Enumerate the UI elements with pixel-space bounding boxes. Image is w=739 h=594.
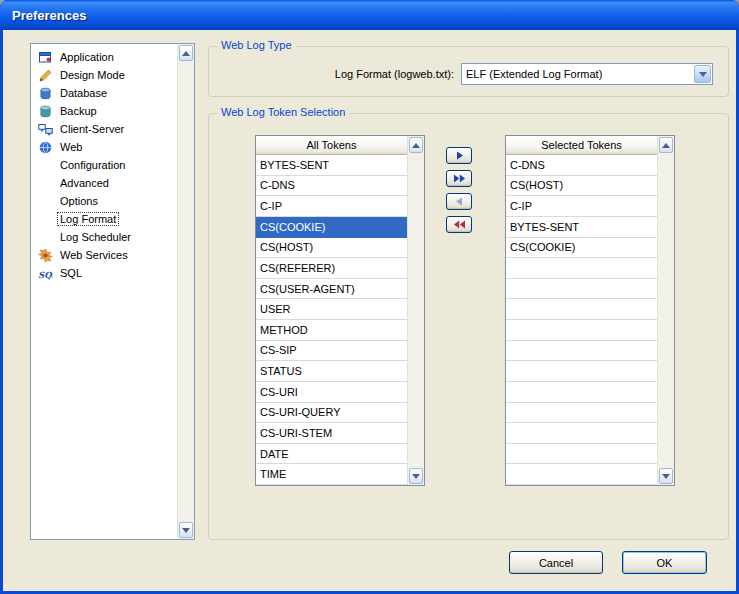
selected-tokens-item-empty-row[interactable]: [506, 258, 657, 279]
double-arrow-left-icon: [453, 220, 466, 229]
scroll-up-button[interactable]: [179, 45, 193, 61]
scroll-down-button[interactable]: [409, 468, 423, 484]
selected-tokens-item-c-ip[interactable]: C-IP: [506, 196, 657, 217]
scroll-up-button[interactable]: [659, 137, 673, 153]
arrow-up-icon: [412, 143, 420, 148]
all-tokens-item-time[interactable]: TIME: [256, 464, 407, 485]
selected-tokens-item-bytes-sent[interactable]: BYTES-SENT: [506, 217, 657, 238]
no-icon: [38, 212, 53, 227]
selected-tokens-item-empty-row[interactable]: [506, 464, 657, 485]
selected-tokens-item-empty-row[interactable]: [506, 341, 657, 362]
sidebar-item-database[interactable]: Database: [31, 84, 177, 102]
window-title: Preferences: [0, 8, 86, 23]
ok-button[interactable]: OK: [622, 551, 707, 574]
selected-tokens-item-empty-row[interactable]: [506, 382, 657, 403]
selected-tokens-item-empty-row[interactable]: [506, 279, 657, 300]
sidebar-item-backup[interactable]: Backup: [31, 102, 177, 120]
selected-tokens-item-empty-row[interactable]: [506, 403, 657, 424]
all-tokens-item-c-ip[interactable]: C-IP: [256, 196, 407, 217]
scroll-track[interactable]: [178, 62, 194, 521]
token-selection-group-title: Web Log Token Selection: [217, 106, 349, 118]
token-selection-group: Web Log Token Selection All Tokens BYTES…: [208, 113, 729, 540]
web-icon: [38, 140, 53, 155]
all-tokens-item-cs-referer[interactable]: CS(REFERER): [256, 258, 407, 279]
all-tokens-item-cs-uri[interactable]: CS-URI: [256, 382, 407, 403]
scroll-track[interactable]: [658, 154, 674, 467]
all-tokens-item-bytes-sent[interactable]: BYTES-SENT: [256, 155, 407, 176]
all-tokens-scrollbar[interactable]: [407, 136, 424, 485]
selected-tokens-item-cs-cookie[interactable]: CS(COOKIE): [506, 238, 657, 259]
selected-tokens-item-c-dns[interactable]: C-DNS: [506, 155, 657, 176]
log-format-label: Log Format (logweb.txt):: [335, 68, 454, 80]
sidebar-item-label: Client-Server: [57, 122, 127, 136]
arrow-left-icon: [453, 197, 466, 206]
web-services-icon: [38, 248, 53, 263]
all-tokens-list: All Tokens BYTES-SENTC-DNSC-IPCS(COOKIE)…: [255, 135, 425, 486]
selected-tokens-item-empty-row[interactable]: [506, 361, 657, 382]
arrow-down-icon: [182, 528, 190, 533]
move-right-button[interactable]: [446, 147, 472, 164]
client-server-icon: [38, 122, 53, 137]
selected-tokens-item-cs-host[interactable]: CS(HOST): [506, 176, 657, 197]
sidebar-item-label: Log Scheduler: [57, 230, 134, 244]
application-icon: [38, 50, 53, 65]
arrow-down-icon: [699, 72, 707, 77]
preferences-window: Preferences ApplicationDesign ModeDataba…: [0, 0, 739, 594]
scroll-down-button[interactable]: [179, 522, 193, 538]
selected-tokens-item-empty-row[interactable]: [506, 320, 657, 341]
all-tokens-item-cs-cookie[interactable]: CS(COOKIE): [256, 217, 407, 238]
titlebar[interactable]: Preferences: [0, 0, 739, 30]
move-all-right-button[interactable]: [446, 170, 472, 187]
selected-tokens-item-empty-row[interactable]: [506, 423, 657, 444]
no-icon: [38, 158, 53, 173]
sidebar-item-application[interactable]: Application: [31, 48, 177, 66]
database-icon: [38, 86, 53, 101]
scroll-up-button[interactable]: [409, 137, 423, 153]
all-tokens-item-method[interactable]: METHOD: [256, 320, 407, 341]
sidebar-tree: ApplicationDesign ModeDatabaseBackupClie…: [30, 43, 195, 540]
svg-text:SQL: SQL: [38, 269, 53, 279]
sidebar-item-label: SQL: [57, 266, 85, 280]
chevron-down-icon[interactable]: [694, 65, 711, 83]
sidebar-item-label: Log Format: [57, 212, 119, 226]
sidebar-item-log-scheduler[interactable]: Log Scheduler: [31, 228, 177, 246]
scroll-track[interactable]: [408, 154, 424, 467]
all-tokens-item-user[interactable]: USER: [256, 299, 407, 320]
move-left-button[interactable]: [446, 193, 472, 210]
all-tokens-item-c-dns[interactable]: C-DNS: [256, 176, 407, 197]
cancel-button[interactable]: Cancel: [509, 551, 603, 574]
log-format-dropdown[interactable]: ELF (Extended Log Format): [461, 63, 713, 85]
sidebar-item-advanced[interactable]: Advanced: [31, 174, 177, 192]
sidebar-item-log-format[interactable]: Log Format: [31, 210, 177, 228]
sidebar-item-design-mode[interactable]: Design Mode: [31, 66, 177, 84]
selected-tokens-scrollbar[interactable]: [657, 136, 674, 485]
backup-icon: [38, 104, 53, 119]
sidebar-item-sql[interactable]: SQLSQL: [31, 264, 177, 282]
scroll-down-button[interactable]: [659, 468, 673, 484]
sidebar-item-web[interactable]: Web: [31, 138, 177, 156]
move-all-left-button[interactable]: [446, 216, 472, 233]
all-tokens-item-date[interactable]: DATE: [256, 444, 407, 465]
arrow-down-icon: [412, 474, 420, 479]
selected-tokens-header[interactable]: Selected Tokens: [506, 136, 657, 155]
web-log-type-group-title: Web Log Type: [217, 39, 296, 51]
selected-tokens-item-empty-row[interactable]: [506, 444, 657, 465]
all-tokens-header[interactable]: All Tokens: [256, 136, 407, 155]
all-tokens-item-cs-uri-query[interactable]: CS-URI-QUERY: [256, 403, 407, 424]
arrow-up-icon: [182, 51, 190, 56]
all-tokens-item-cs-uri-stem[interactable]: CS-URI-STEM: [256, 423, 407, 444]
all-tokens-item-cs-user-agent[interactable]: CS(USER-AGENT): [256, 279, 407, 300]
sidebar-item-options[interactable]: Options: [31, 192, 177, 210]
all-tokens-item-status[interactable]: STATUS: [256, 361, 407, 382]
selected-tokens-item-empty-row[interactable]: [506, 299, 657, 320]
sidebar-scrollbar[interactable]: [177, 44, 194, 539]
sidebar-item-configuration[interactable]: Configuration: [31, 156, 177, 174]
sidebar-item-label: Web Services: [57, 248, 131, 262]
no-icon: [38, 194, 53, 209]
sidebar-item-client-server[interactable]: Client-Server: [31, 120, 177, 138]
all-tokens-item-cs-sip[interactable]: CS-SIP: [256, 341, 407, 362]
sidebar-item-web-services[interactable]: Web Services: [31, 246, 177, 264]
no-icon: [38, 176, 53, 191]
all-tokens-item-cs-host[interactable]: CS(HOST): [256, 238, 407, 259]
selected-tokens-list: Selected Tokens C-DNSCS(HOST)C-IPBYTES-S…: [505, 135, 675, 486]
